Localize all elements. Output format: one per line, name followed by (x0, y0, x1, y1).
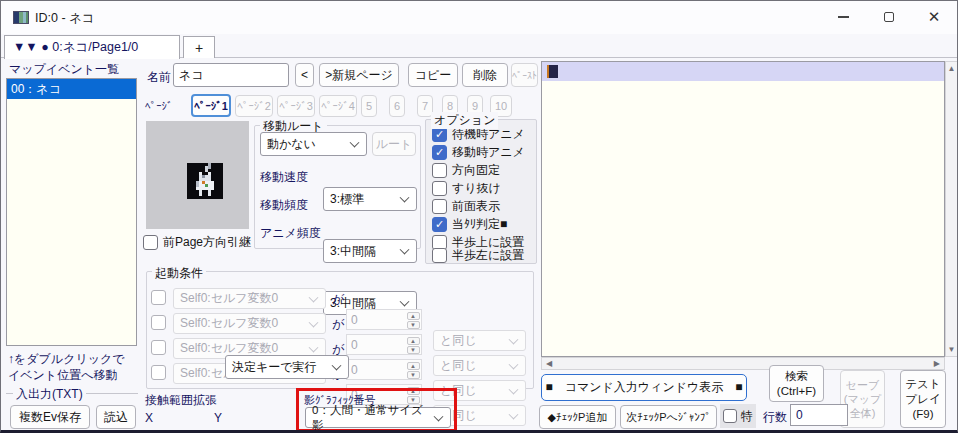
page-tab-3[interactable]: ﾍﾟｰｼﾞ3 (277, 95, 315, 117)
page-tab-1[interactable]: ﾍﾟｰｼﾞ1 (191, 94, 231, 117)
option-checkbox[interactable] (432, 145, 447, 160)
save-map-line3: 全体) (850, 406, 876, 420)
move-speed-dropdown[interactable]: 3:標準 (323, 187, 417, 211)
horizontal-scrollbar[interactable]: ◀ ▶ (541, 357, 945, 370)
condition-variable-dropdown[interactable]: Self0:セルフ変数0 (173, 288, 326, 309)
spin-up-icon[interactable]: ▲ (407, 362, 420, 370)
test-play-button[interactable]: テスト プレイ (F9) (900, 370, 946, 428)
option-checkbox[interactable] (432, 127, 447, 142)
option-label: すり抜け (452, 180, 501, 197)
hint-line1: ↑をダブルクリックで (8, 351, 138, 367)
tab-add-button[interactable]: + (183, 36, 215, 58)
options-groupbox: 待機時アニメ 移動時アニメ 方向固定 すり抜け 前面表示 当ﾀﾘ判定■ 半歩上に… (425, 119, 537, 264)
contact-y-label: Y (214, 411, 222, 425)
spin-down-icon[interactable]: ▼ (407, 371, 420, 379)
scroll-left-icon[interactable]: ◀ (546, 359, 552, 368)
name-input[interactable] (173, 63, 289, 87)
condition-checkbox[interactable] (151, 315, 166, 330)
show-command-input-button[interactable]: ■ コマンド入力ウィンドウ表示 ■ (541, 374, 747, 401)
maximize-button[interactable] (869, 1, 909, 33)
map-event-listbox[interactable]: 00：ネコ (6, 78, 137, 346)
scroll-up-icon[interactable]: ▲ (946, 64, 957, 73)
new-page-button[interactable]: >新規ページ (319, 63, 399, 87)
line-count-input[interactable] (790, 404, 848, 426)
spin-down-icon[interactable]: ▼ (407, 346, 420, 354)
command-row-selected[interactable] (542, 62, 944, 81)
option-row[interactable]: 当ﾀﾘ判定■ (432, 216, 507, 233)
spinner-arrows[interactable]: ▲▼ (406, 361, 420, 378)
search-button[interactable]: 検索 (Ctrl+F) (769, 365, 824, 402)
condition-variable-dropdown[interactable]: Self0:セルフ変数0 (173, 313, 326, 334)
toku-checkbox[interactable] (723, 409, 737, 423)
spin-up-icon[interactable]: ▲ (407, 312, 420, 320)
condition-checkbox[interactable] (151, 365, 166, 380)
save-map-line2: (マップ (844, 392, 881, 406)
spin-up-icon[interactable]: ▲ (407, 337, 420, 345)
condition-checkbox[interactable] (151, 290, 166, 305)
condition-value-spinner[interactable]: ▲▼ (346, 309, 422, 330)
option-checkbox[interactable] (432, 217, 447, 232)
shadow-highlight-box: 影ｸﾞﾗﾌｨｯｸ番号 0：人間・通常サイズ影 (296, 388, 457, 432)
chevron-down-icon (509, 334, 519, 344)
test-play-line2: プレイ (905, 392, 940, 407)
shadow-graphic-dropdown[interactable]: 0：人間・通常サイズ影 (305, 407, 451, 428)
condition-value-spinner[interactable]: ▲▼ (346, 359, 422, 380)
paste-button[interactable]: ﾍﾟｰｽﾄ (511, 63, 538, 87)
option-row[interactable]: 半歩左に設置 (432, 247, 524, 264)
list-item[interactable]: 00：ネコ (7, 79, 136, 99)
sprite-cell (187, 163, 223, 199)
page-tab-4[interactable]: ﾍﾟｰｼﾞ4 (319, 95, 357, 117)
option-checkbox[interactable] (432, 248, 447, 263)
contact-range-label: 接触範囲拡張 (145, 392, 217, 409)
toku-checkbox-row[interactable]: 特 (720, 404, 756, 428)
close-button[interactable]: ✕ (914, 1, 954, 33)
option-checkbox[interactable] (432, 163, 447, 178)
condition-checkbox[interactable] (151, 340, 166, 355)
tab-event-page[interactable]: ▼▼ ● 0:ネコ/Page1/0 (4, 35, 180, 59)
page-tab-6[interactable]: 6 (389, 95, 405, 117)
option-checkbox[interactable] (432, 181, 447, 196)
option-label: 前面表示 (452, 198, 500, 215)
next-checkpoint-button[interactable]: 次ﾁｪｯｸPへｼﾞｬﾝﾌﾟ (620, 405, 717, 429)
option-row[interactable]: 前面表示 (432, 198, 500, 215)
inherit-direction-checkbox[interactable] (143, 235, 158, 250)
option-row[interactable]: 移動時アニメ (432, 144, 525, 161)
spin-down-icon[interactable]: ▼ (407, 321, 420, 329)
character-preview[interactable] (146, 121, 249, 229)
options-group-label: オプション (431, 112, 498, 129)
character-sprite (187, 163, 223, 199)
move-freq-dropdown[interactable]: 3:中間隔 (323, 239, 417, 263)
condition-variable: Self0:セルフ変数0 (180, 290, 278, 307)
ga-label: が (332, 291, 344, 308)
option-label: 当ﾀﾘ判定■ (452, 216, 507, 233)
route-button[interactable]: ルート (372, 132, 416, 156)
route-type-value: 動かない (267, 136, 316, 153)
trigger-type-dropdown[interactable]: 決定キーで実行 (225, 355, 349, 379)
spinner-arrows[interactable]: ▲▼ (406, 336, 420, 353)
option-row[interactable]: すり抜け (432, 180, 501, 197)
page-tab-5[interactable]: 5 (361, 95, 377, 117)
delete-button[interactable]: 削除 (462, 63, 508, 87)
load-button[interactable]: 読込 (96, 405, 136, 429)
chevron-down-icon (434, 411, 444, 421)
minimize-button[interactable] (823, 1, 863, 33)
condition-compare-dropdown[interactable]: と同じ (433, 355, 526, 376)
command-list[interactable] (541, 61, 945, 357)
inherit-direction-row[interactable]: 前Page方向引継 (143, 234, 251, 251)
multi-ev-save-button[interactable]: 複数Ev保存 (10, 405, 90, 429)
option-row[interactable]: 方向固定 (432, 162, 500, 179)
shadow-graphic-value: 0：人間・通常サイズ影 (312, 403, 430, 433)
add-checkpoint-button[interactable]: ◆ﾁｪｯｸP追加 (539, 405, 616, 429)
scroll-down-icon[interactable]: ▼ (946, 345, 957, 354)
condition-value-spinner[interactable]: ▲▼ (346, 334, 422, 355)
route-type-dropdown[interactable]: 動かない (260, 132, 367, 156)
prev-page-button[interactable]: < (295, 63, 314, 87)
vertical-scrollbar[interactable]: ▲ ▼ (945, 61, 958, 357)
option-checkbox[interactable] (432, 199, 447, 214)
option-label: 方向固定 (452, 162, 500, 179)
copy-button[interactable]: コピー (408, 63, 458, 87)
scroll-right-icon[interactable]: ▶ (934, 359, 940, 368)
spinner-arrows[interactable]: ▲▼ (406, 311, 420, 328)
condition-compare-dropdown[interactable]: と同じ (433, 330, 526, 351)
page-tab-2[interactable]: ﾍﾟｰｼﾞ2 (235, 95, 273, 117)
